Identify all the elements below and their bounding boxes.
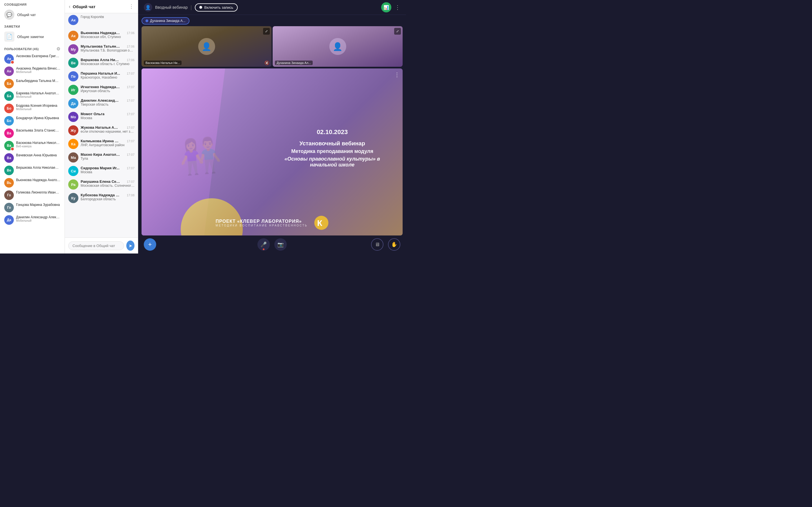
chat-panel-title: Общий чат — [73, 4, 126, 9]
pres-brand: ПРОЕКТ «КЛЕВЕР ЛАБОРАТОРИЯ» МЕТОДИКИ ВОС… — [216, 219, 308, 227]
msg-text: Тверская область — [81, 103, 135, 107]
user-list-item[interactable]: АнАнаскина Людмила ВячеславовнаМобильный — [0, 65, 64, 77]
bar-more-button[interactable]: ⋮ — [395, 4, 400, 11]
video-expand-2[interactable]: ⤢ — [394, 28, 401, 35]
msg-content: Город Королёв — [81, 15, 135, 19]
camera-button[interactable]: 📷 — [274, 238, 287, 251]
user-list-item[interactable]: БаБареева Наталья АнатольевнаМобильный — [0, 90, 64, 102]
msg-text: Москва — [81, 116, 135, 120]
users-section-title: ПОЛЬЗОВАТЕЛИ (45) — [4, 47, 39, 51]
chat-message-item[interactable]: АкВьюнкова Надежда ...17:06Московская об… — [65, 29, 138, 43]
chat-message-item[interactable]: ВеВершкова Алла Нико...17:06Московская о… — [65, 56, 138, 69]
speaker-badge: Духанина Зинаида А... — [142, 17, 190, 24]
user-info: Васильева Злата Станиславовна — [16, 128, 60, 132]
user-name-label: Васюкова Наталья Николаевна — [16, 141, 60, 145]
chat-message-item[interactable]: МаМахно Кира Анатоль...17:07Тула — [65, 151, 138, 164]
chat-message-item[interactable]: ЖуЖукова Наталья Але...17:07если отключа… — [65, 124, 138, 137]
msg-content: Вершкова Алла Нико...17:06Московская обл… — [81, 58, 135, 66]
chat-send-button[interactable]: ➤ — [126, 240, 135, 251]
video-grid: 👤 Васюкова Наталья Ни... ⤢ 🔇 👤 Духанина … — [138, 24, 406, 67]
chat-message-item[interactable]: КаКалмыкова Ирина В...17:07ЛНР, Антрацит… — [65, 137, 138, 151]
messages-section-title: СООБЩЕНИЯ — [0, 0, 64, 7]
msg-content: Данилин Александр ...17:07Тверская облас… — [81, 98, 135, 107]
chat-message-item[interactable]: ДаДанилин Александр ...17:07Тверская обл… — [65, 97, 138, 110]
speaker-dot — [146, 19, 148, 22]
settings-icon[interactable]: ⚙ — [56, 46, 60, 52]
chat-back-button[interactable]: ‹ — [69, 4, 70, 10]
msg-content: Мульганова Татьяна...17:06Мульганова Т.Б… — [81, 44, 135, 52]
msg-sender-name: Кубохова Надежда А... — [81, 193, 120, 197]
user-list-item[interactable]: ГоГонцова Марина Зурабовна — [0, 202, 64, 214]
user-list-item[interactable]: ВаВасюкова Наталья НиколаевнаВеб-камера — [0, 139, 64, 152]
general-notes-item[interactable]: 📄 Общие заметки — [0, 29, 64, 44]
user-sub-label: Мобильный — [16, 219, 60, 222]
msg-avatar: Ак — [68, 15, 79, 25]
user-name-label: Бареева Наталья Анатольевна — [16, 91, 60, 95]
user-info: Данилин Александр Александро...Мобильный — [16, 215, 60, 222]
user-list-item[interactable]: БоБодрова Ксения ИгоревнаМобильный — [0, 102, 64, 115]
user-info: Аксенова Екатерина Григорьевна — [16, 54, 60, 58]
top-bar: 👤 Вводный вебинар | Включить запись 📊 ⋮ — [138, 0, 406, 15]
mic-button[interactable]: 🎤 — [257, 238, 270, 251]
users-header: ПОЛЬЗОВАТЕЛИ (45) ⚙ — [0, 44, 64, 53]
video-expand-1[interactable]: ⤢ — [263, 28, 270, 35]
user-list-item[interactable]: ВаВачевская Анна Юрьевна — [0, 152, 64, 164]
user-name-label: Вершкова Алла Николаевна — [16, 166, 60, 170]
user-list-item[interactable]: БаБалыбердина Татьяна Михайло... — [0, 77, 64, 90]
presentation-more-button[interactable]: ⋮ — [394, 71, 400, 78]
user-list-item[interactable]: ВаВасильева Злата Станиславовна — [0, 127, 64, 139]
msg-sender-name: Махно Кира Анатоль... — [81, 152, 120, 157]
user-name-label: Бондарчук Ирина Юрьевна — [16, 116, 60, 120]
chat-message-item[interactable]: ПеПершина Наталья И...17:07Красногорск, … — [65, 69, 138, 83]
chat-message-item[interactable]: КуКубохова Надежда А...17:08Белгородская… — [65, 191, 138, 205]
user-avatar: Го — [4, 203, 14, 212]
chat-message-top[interactable]: Ак Город Королёв — [65, 13, 138, 27]
add-button[interactable]: + — [144, 238, 156, 251]
msg-text: Московская область. Солнечногорск — [81, 184, 135, 187]
user-avatar: Ба — [4, 91, 14, 101]
user-list-item[interactable]: ДаДанилин Александр Александро...Мобильн… — [0, 214, 64, 226]
chat-message-item[interactable]: МоМомот Ольга17:07Москва — [65, 110, 138, 124]
user-list-item[interactable]: БоБондарчук Ирина Юрьевна — [0, 115, 64, 127]
screen-share-button[interactable]: 🖥 — [371, 238, 384, 251]
msg-text: Московская обл, Ступино — [81, 35, 135, 39]
user-name-label: Вачевская Анна Юрьевна — [16, 153, 60, 157]
video-tile-1[interactable]: 👤 Васюкова Наталья Ни... ⤢ 🔇 — [142, 26, 271, 67]
video-mic-off-1: 🔇 — [264, 61, 269, 65]
user-name-label: Бодрова Ксения Игоревна — [16, 104, 60, 108]
user-name-label: Балыбердина Татьяна Михайло... — [16, 79, 60, 83]
msg-content: Калмыкова Ирина В...17:07ЛНР, Антрацитов… — [81, 139, 135, 147]
pres-date: 02.10.2023 — [285, 128, 380, 136]
msg-time: 17:06 — [126, 58, 135, 62]
mic-indicator — [263, 248, 264, 250]
chat-more-button[interactable]: ⋮ — [129, 3, 134, 10]
user-list-item[interactable]: ВеВершкова Алла Николаевна — [0, 164, 64, 177]
bar-stats-button[interactable]: 📊 — [381, 2, 391, 12]
user-name-label: Голикова Лионелла Ивановна — [16, 190, 60, 194]
user-info: Вьюнкова Надежда Анатольевна — [16, 178, 60, 182]
user-avatar: Вь — [4, 178, 14, 187]
msg-sender-name: Калмыкова Ирина В... — [81, 139, 120, 143]
msg-time: 17:07 — [126, 180, 135, 183]
chat-input-area: ➤ — [65, 237, 138, 253]
video-tile-2[interactable]: 👤 Духанина Зинаида Ал... ⤢ — [273, 26, 403, 67]
msg-content: Игнатенко Надежда ...17:07Иркутская обла… — [81, 85, 135, 93]
presentation-area: ⋮ 👫 02.10.2023 Установочный вебинар Мето… — [142, 68, 403, 235]
msg-sender-name: Сидорова Мария Иг... — [81, 166, 119, 170]
user-info: Балыбердина Татьяна Михайло... — [16, 79, 60, 83]
chat-message-item[interactable]: РаРакушина Елена Сер...17:07Московская о… — [65, 178, 138, 191]
top-bar-right: 📊 ⋮ — [381, 2, 400, 12]
chat-message-item[interactable]: СиСидорова Мария Иг...17:07Москва — [65, 164, 138, 178]
chat-message-item[interactable]: ИгИгнатенко Надежда ...17:07Иркутская об… — [65, 83, 138, 97]
record-button[interactable]: Включить запись — [195, 3, 238, 11]
user-list-item[interactable]: ВьВьюнкова Надежда Анатольевна — [0, 177, 64, 189]
chat-input[interactable] — [68, 241, 124, 250]
raise-hand-button[interactable]: ✋ — [388, 238, 400, 251]
user-avatar: Ве — [4, 166, 14, 175]
user-list-item[interactable]: ГоГоликова Лионелла Ивановна — [0, 189, 64, 202]
user-list-item[interactable]: АкАксенова Екатерина Григорьевна — [0, 53, 64, 65]
chat-header: ‹ Общий чат ⋮ — [65, 0, 138, 13]
msg-avatar: Ка — [68, 139, 79, 149]
chat-message-item[interactable]: МуМульганова Татьяна...17:06Мульганова Т… — [65, 43, 138, 56]
general-chat-item[interactable]: 💬 Общий чат — [0, 7, 64, 22]
